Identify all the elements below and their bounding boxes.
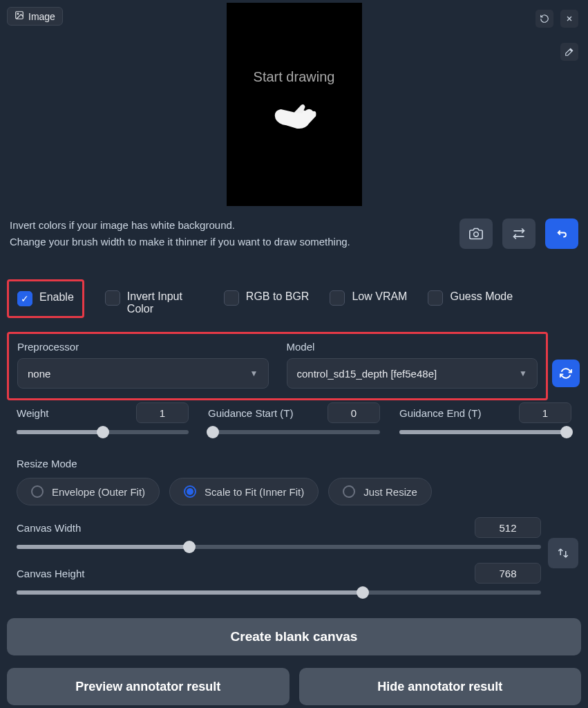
lowvram-label: Low VRAM	[352, 290, 407, 303]
resize-option-label: Scale to Fit (Inner Fit)	[205, 486, 304, 498]
preprocessor-label: Preprocessor	[17, 341, 269, 353]
resize-just-radio[interactable]: Just Resize	[328, 478, 432, 505]
guidance-start-label: Guidance Start (T)	[208, 407, 293, 419]
model-label: Model	[287, 341, 538, 353]
canvas-height-slider[interactable]	[17, 590, 541, 595]
weight-label: Weight	[17, 407, 48, 419]
lowvram-checkbox[interactable]	[330, 290, 345, 306]
resize-option-label: Just Resize	[363, 486, 417, 498]
swap-arrows-button[interactable]	[502, 218, 535, 249]
camera-button[interactable]	[459, 218, 493, 249]
hint-line1: Invert colors if your image has white ba…	[10, 217, 350, 234]
wand-icon[interactable]	[560, 43, 578, 61]
enable-highlight-box: ✓ Enable	[7, 279, 84, 318]
canvas-width-input[interactable]: 512	[475, 517, 541, 538]
resize-option-label: Envelope (Outer Fit)	[52, 486, 145, 498]
enable-label: Enable	[39, 291, 74, 304]
close-icon[interactable]	[560, 10, 578, 28]
invert-label: Invert Input Color	[127, 290, 203, 315]
model-dropdown[interactable]: control_sd15_depth [fef5e48e] ▼	[287, 358, 538, 389]
svg-point-1	[17, 13, 19, 15]
drawing-canvas[interactable]: Start drawing	[227, 3, 362, 206]
hint-line2: Change your brush width to make it thinn…	[10, 234, 350, 250]
invert-checkbox[interactable]	[105, 290, 120, 306]
canvas-placeholder-text: Start drawing	[254, 69, 335, 85]
preprocessor-dropdown[interactable]: none ▼	[17, 358, 269, 389]
resize-mode-label: Resize Mode	[17, 458, 571, 469]
canvas-height-input[interactable]: 768	[475, 563, 541, 584]
create-canvas-button[interactable]: Create blank canvas	[7, 618, 581, 655]
model-highlight-box: Preprocessor none ▼ Model control_sd15_d…	[7, 332, 548, 400]
model-value: control_sd15_depth [fef5e48e]	[297, 368, 437, 380]
guidance-start-input[interactable]: 0	[328, 402, 380, 423]
preprocessor-value: none	[28, 368, 50, 380]
chevron-down-icon: ▼	[519, 369, 527, 378]
rgb2bgr-label: RGB to BGR	[246, 290, 310, 303]
canvas-width-slider[interactable]	[17, 545, 541, 549]
canvas-height-label: Canvas Height	[17, 568, 84, 579]
guidance-end-slider[interactable]	[399, 430, 571, 434]
return-button[interactable]	[545, 218, 578, 249]
preview-annotator-button[interactable]: Preview annotator result	[7, 668, 290, 705]
guess-checkbox[interactable]	[428, 290, 443, 306]
weight-input[interactable]: 1	[136, 402, 189, 423]
guidance-end-label: Guidance End (T)	[399, 407, 481, 419]
svg-point-2	[474, 232, 479, 237]
swap-dimensions-button[interactable]	[548, 538, 578, 568]
canvas-width-label: Canvas Width	[17, 522, 81, 534]
refresh-model-button[interactable]	[552, 360, 580, 387]
enable-checkbox[interactable]: ✓	[17, 291, 32, 306]
resize-scale-radio[interactable]: Scale to Fit (Inner Fit)	[169, 478, 319, 505]
hide-annotator-button[interactable]: Hide annotator result	[299, 668, 582, 705]
chevron-down-icon: ▼	[250, 369, 258, 378]
image-icon	[15, 10, 24, 22]
guess-label: Guess Mode	[450, 290, 513, 303]
guidance-start-slider[interactable]	[208, 430, 380, 434]
image-tab-label: Image	[28, 11, 55, 22]
weight-slider[interactable]	[17, 430, 189, 434]
image-tab[interactable]: Image	[7, 7, 63, 26]
hand-icon	[267, 92, 322, 140]
undo-icon[interactable]	[535, 10, 553, 28]
guidance-end-input[interactable]: 1	[519, 402, 571, 423]
resize-envelope-radio[interactable]: Envelope (Outer Fit)	[17, 478, 160, 505]
hint-text: Invert colors if your image has white ba…	[10, 217, 350, 250]
rgb2bgr-checkbox[interactable]	[224, 290, 239, 306]
